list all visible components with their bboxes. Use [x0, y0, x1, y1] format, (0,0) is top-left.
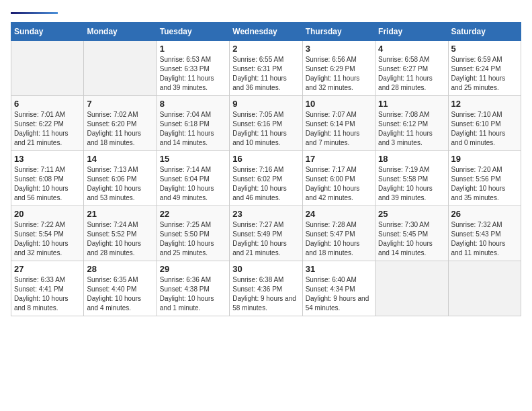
day-info: Sunrise: 7:04 AM Sunset: 6:18 PM Dayligh…	[160, 110, 226, 148]
day-number: 18	[378, 154, 445, 164]
day-info: Sunrise: 7:32 AM Sunset: 5:43 PM Dayligh…	[451, 220, 518, 258]
calendar-cell: 6Sunrise: 7:01 AM Sunset: 6:22 PM Daylig…	[11, 96, 84, 151]
calendar-cell: 27Sunrise: 6:33 AM Sunset: 4:41 PM Dayli…	[11, 261, 84, 316]
calendar-cell	[448, 261, 521, 316]
day-info: Sunrise: 7:08 AM Sunset: 6:12 PM Dayligh…	[378, 110, 445, 148]
day-info: Sunrise: 7:17 AM Sunset: 6:00 PM Dayligh…	[306, 165, 372, 203]
calendar-cell: 19Sunrise: 7:20 AM Sunset: 5:56 PM Dayli…	[448, 151, 521, 206]
calendar-cell: 11Sunrise: 7:08 AM Sunset: 6:12 PM Dayli…	[375, 96, 448, 151]
calendar-cell: 21Sunrise: 7:24 AM Sunset: 5:52 PM Dayli…	[84, 206, 157, 261]
day-number: 3	[306, 44, 372, 54]
calendar-cell: 30Sunrise: 6:38 AM Sunset: 4:36 PM Dayli…	[230, 261, 302, 316]
day-info: Sunrise: 7:07 AM Sunset: 6:14 PM Dayligh…	[306, 110, 372, 148]
calendar-cell: 29Sunrise: 6:36 AM Sunset: 4:38 PM Dayli…	[157, 261, 229, 316]
day-info: Sunrise: 6:38 AM Sunset: 4:36 PM Dayligh…	[232, 275, 299, 313]
day-info: Sunrise: 7:22 AM Sunset: 5:54 PM Dayligh…	[14, 220, 81, 258]
page-header	[11, 11, 521, 14]
day-number: 6	[14, 99, 81, 109]
calendar-cell: 8Sunrise: 7:04 AM Sunset: 6:18 PM Daylig…	[157, 96, 229, 151]
day-number: 13	[14, 154, 81, 164]
day-info: Sunrise: 7:14 AM Sunset: 6:04 PM Dayligh…	[160, 165, 226, 203]
day-info: Sunrise: 7:25 AM Sunset: 5:50 PM Dayligh…	[160, 220, 226, 258]
day-info: Sunrise: 7:13 AM Sunset: 6:06 PM Dayligh…	[87, 165, 153, 203]
day-info: Sunrise: 6:36 AM Sunset: 4:38 PM Dayligh…	[160, 275, 226, 313]
day-info: Sunrise: 6:59 AM Sunset: 6:24 PM Dayligh…	[451, 55, 518, 93]
calendar-cell: 4Sunrise: 6:58 AM Sunset: 6:27 PM Daylig…	[375, 41, 448, 96]
day-info: Sunrise: 7:11 AM Sunset: 6:08 PM Dayligh…	[14, 165, 81, 203]
day-number: 17	[306, 154, 372, 164]
calendar-header-sunday: Sunday	[11, 23, 84, 41]
day-info: Sunrise: 7:24 AM Sunset: 5:52 PM Dayligh…	[87, 220, 153, 258]
day-number: 10	[306, 99, 372, 109]
calendar-header-thursday: Thursday	[302, 23, 375, 41]
calendar-cell: 10Sunrise: 7:07 AM Sunset: 6:14 PM Dayli…	[302, 96, 375, 151]
calendar-week-2: 6Sunrise: 7:01 AM Sunset: 6:22 PM Daylig…	[11, 96, 521, 151]
day-info: Sunrise: 7:02 AM Sunset: 6:20 PM Dayligh…	[87, 110, 153, 148]
calendar-week-4: 20Sunrise: 7:22 AM Sunset: 5:54 PM Dayli…	[11, 206, 521, 261]
calendar-cell: 26Sunrise: 7:32 AM Sunset: 5:43 PM Dayli…	[448, 206, 521, 261]
day-number: 5	[451, 44, 518, 54]
day-number: 25	[378, 209, 445, 219]
day-number: 19	[451, 154, 518, 164]
day-number: 24	[306, 209, 372, 219]
calendar-cell: 3Sunrise: 6:56 AM Sunset: 6:29 PM Daylig…	[302, 41, 375, 96]
calendar-header-wednesday: Wednesday	[230, 23, 302, 41]
day-info: Sunrise: 6:58 AM Sunset: 6:27 PM Dayligh…	[378, 55, 445, 93]
calendar-cell	[375, 261, 448, 316]
day-info: Sunrise: 7:30 AM Sunset: 5:45 PM Dayligh…	[378, 220, 445, 258]
day-number: 1	[160, 44, 226, 54]
calendar-header-friday: Friday	[375, 23, 448, 41]
day-number: 20	[14, 209, 81, 219]
calendar-week-5: 27Sunrise: 6:33 AM Sunset: 4:41 PM Dayli…	[11, 261, 521, 316]
day-info: Sunrise: 6:35 AM Sunset: 4:40 PM Dayligh…	[87, 275, 153, 313]
calendar-cell: 2Sunrise: 6:55 AM Sunset: 6:31 PM Daylig…	[230, 41, 302, 96]
logo-line	[11, 12, 58, 14]
day-number: 4	[378, 44, 445, 54]
calendar-week-3: 13Sunrise: 7:11 AM Sunset: 6:08 PM Dayli…	[11, 151, 521, 206]
day-number: 14	[87, 154, 153, 164]
day-number: 11	[378, 99, 445, 109]
calendar-cell: 5Sunrise: 6:59 AM Sunset: 6:24 PM Daylig…	[448, 41, 521, 96]
day-number: 8	[160, 99, 226, 109]
calendar-cell: 22Sunrise: 7:25 AM Sunset: 5:50 PM Dayli…	[157, 206, 229, 261]
day-info: Sunrise: 6:40 AM Sunset: 4:34 PM Dayligh…	[306, 275, 372, 313]
day-number: 9	[232, 99, 299, 109]
day-info: Sunrise: 7:20 AM Sunset: 5:56 PM Dayligh…	[451, 165, 518, 203]
calendar-cell: 15Sunrise: 7:14 AM Sunset: 6:04 PM Dayli…	[157, 151, 229, 206]
day-info: Sunrise: 7:10 AM Sunset: 6:10 PM Dayligh…	[451, 110, 518, 148]
calendar-cell: 31Sunrise: 6:40 AM Sunset: 4:34 PM Dayli…	[302, 261, 375, 316]
calendar-cell: 7Sunrise: 7:02 AM Sunset: 6:20 PM Daylig…	[84, 96, 157, 151]
day-number: 26	[451, 209, 518, 219]
calendar-cell: 16Sunrise: 7:16 AM Sunset: 6:02 PM Dayli…	[230, 151, 302, 206]
calendar-header-monday: Monday	[84, 23, 157, 41]
day-number: 16	[232, 154, 299, 164]
calendar-week-1: 1Sunrise: 6:53 AM Sunset: 6:33 PM Daylig…	[11, 41, 521, 96]
day-number: 23	[232, 209, 299, 219]
day-info: Sunrise: 7:28 AM Sunset: 5:47 PM Dayligh…	[306, 220, 372, 258]
day-info: Sunrise: 6:53 AM Sunset: 6:33 PM Dayligh…	[160, 55, 226, 93]
day-info: Sunrise: 7:01 AM Sunset: 6:22 PM Dayligh…	[14, 110, 81, 148]
calendar-cell: 18Sunrise: 7:19 AM Sunset: 5:58 PM Dayli…	[375, 151, 448, 206]
day-info: Sunrise: 7:27 AM Sunset: 5:49 PM Dayligh…	[232, 220, 299, 258]
day-info: Sunrise: 7:05 AM Sunset: 6:16 PM Dayligh…	[232, 110, 299, 148]
calendar-cell: 20Sunrise: 7:22 AM Sunset: 5:54 PM Dayli…	[11, 206, 84, 261]
calendar-header-row: SundayMondayTuesdayWednesdayThursdayFrid…	[11, 23, 521, 41]
day-number: 15	[160, 154, 226, 164]
calendar-cell: 28Sunrise: 6:35 AM Sunset: 4:40 PM Dayli…	[84, 261, 157, 316]
calendar-cell: 25Sunrise: 7:30 AM Sunset: 5:45 PM Dayli…	[375, 206, 448, 261]
calendar-cell: 12Sunrise: 7:10 AM Sunset: 6:10 PM Dayli…	[448, 96, 521, 151]
day-info: Sunrise: 6:55 AM Sunset: 6:31 PM Dayligh…	[232, 55, 299, 93]
calendar-header-saturday: Saturday	[448, 23, 521, 41]
day-number: 7	[87, 99, 153, 109]
day-number: 21	[87, 209, 153, 219]
day-info: Sunrise: 6:33 AM Sunset: 4:41 PM Dayligh…	[14, 275, 81, 313]
logo	[11, 11, 58, 14]
calendar-cell: 23Sunrise: 7:27 AM Sunset: 5:49 PM Dayli…	[230, 206, 302, 261]
day-number: 22	[160, 209, 226, 219]
day-number: 30	[232, 264, 299, 274]
calendar-cell	[11, 41, 84, 96]
day-info: Sunrise: 7:19 AM Sunset: 5:58 PM Dayligh…	[378, 165, 445, 203]
day-info: Sunrise: 6:56 AM Sunset: 6:29 PM Dayligh…	[306, 55, 372, 93]
day-number: 29	[160, 264, 226, 274]
day-number: 12	[451, 99, 518, 109]
